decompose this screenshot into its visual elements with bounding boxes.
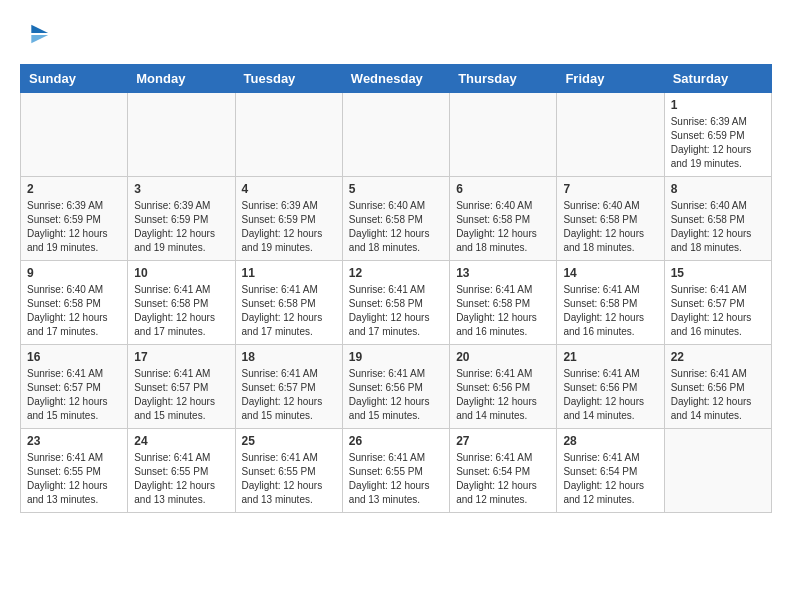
calendar-cell: 13Sunrise: 6:41 AM Sunset: 6:58 PM Dayli… [450,261,557,345]
day-info: Sunrise: 6:41 AM Sunset: 6:55 PM Dayligh… [349,451,443,507]
day-info: Sunrise: 6:40 AM Sunset: 6:58 PM Dayligh… [563,199,657,255]
calendar-header-friday: Friday [557,65,664,93]
day-info: Sunrise: 6:41 AM Sunset: 6:58 PM Dayligh… [242,283,336,339]
calendar-cell [557,93,664,177]
calendar-cell: 17Sunrise: 6:41 AM Sunset: 6:57 PM Dayli… [128,345,235,429]
day-info: Sunrise: 6:41 AM Sunset: 6:55 PM Dayligh… [27,451,121,507]
calendar-cell: 22Sunrise: 6:41 AM Sunset: 6:56 PM Dayli… [664,345,771,429]
day-info: Sunrise: 6:41 AM Sunset: 6:56 PM Dayligh… [671,367,765,423]
day-number: 5 [349,182,443,196]
day-info: Sunrise: 6:39 AM Sunset: 6:59 PM Dayligh… [671,115,765,171]
calendar-cell: 9Sunrise: 6:40 AM Sunset: 6:58 PM Daylig… [21,261,128,345]
calendar-week-5: 23Sunrise: 6:41 AM Sunset: 6:55 PM Dayli… [21,429,772,513]
day-number: 14 [563,266,657,280]
day-info: Sunrise: 6:41 AM Sunset: 6:57 PM Dayligh… [134,367,228,423]
calendar-cell: 24Sunrise: 6:41 AM Sunset: 6:55 PM Dayli… [128,429,235,513]
day-number: 22 [671,350,765,364]
day-number: 12 [349,266,443,280]
day-info: Sunrise: 6:41 AM Sunset: 6:58 PM Dayligh… [456,283,550,339]
calendar-header-row: SundayMondayTuesdayWednesdayThursdayFrid… [21,65,772,93]
day-number: 17 [134,350,228,364]
day-info: Sunrise: 6:41 AM Sunset: 6:54 PM Dayligh… [456,451,550,507]
calendar-week-1: 1Sunrise: 6:39 AM Sunset: 6:59 PM Daylig… [21,93,772,177]
calendar-table: SundayMondayTuesdayWednesdayThursdayFrid… [20,64,772,513]
calendar-header-tuesday: Tuesday [235,65,342,93]
svg-marker-0 [31,25,48,33]
calendar-cell: 2Sunrise: 6:39 AM Sunset: 6:59 PM Daylig… [21,177,128,261]
calendar-cell: 15Sunrise: 6:41 AM Sunset: 6:57 PM Dayli… [664,261,771,345]
day-info: Sunrise: 6:41 AM Sunset: 6:56 PM Dayligh… [563,367,657,423]
calendar-header-wednesday: Wednesday [342,65,449,93]
calendar-cell: 7Sunrise: 6:40 AM Sunset: 6:58 PM Daylig… [557,177,664,261]
calendar-cell: 3Sunrise: 6:39 AM Sunset: 6:59 PM Daylig… [128,177,235,261]
calendar-cell [450,93,557,177]
day-info: Sunrise: 6:41 AM Sunset: 6:55 PM Dayligh… [134,451,228,507]
day-number: 23 [27,434,121,448]
day-number: 4 [242,182,336,196]
day-number: 7 [563,182,657,196]
day-info: Sunrise: 6:41 AM Sunset: 6:56 PM Dayligh… [456,367,550,423]
day-info: Sunrise: 6:41 AM Sunset: 6:55 PM Dayligh… [242,451,336,507]
calendar-cell [342,93,449,177]
day-number: 6 [456,182,550,196]
calendar-cell: 21Sunrise: 6:41 AM Sunset: 6:56 PM Dayli… [557,345,664,429]
day-info: Sunrise: 6:41 AM Sunset: 6:56 PM Dayligh… [349,367,443,423]
calendar-cell: 27Sunrise: 6:41 AM Sunset: 6:54 PM Dayli… [450,429,557,513]
calendar-cell: 23Sunrise: 6:41 AM Sunset: 6:55 PM Dayli… [21,429,128,513]
day-info: Sunrise: 6:40 AM Sunset: 6:58 PM Dayligh… [671,199,765,255]
day-info: Sunrise: 6:41 AM Sunset: 6:57 PM Dayligh… [242,367,336,423]
calendar-cell [21,93,128,177]
day-info: Sunrise: 6:40 AM Sunset: 6:58 PM Dayligh… [456,199,550,255]
page-header [20,20,772,48]
day-number: 18 [242,350,336,364]
calendar-cell: 8Sunrise: 6:40 AM Sunset: 6:58 PM Daylig… [664,177,771,261]
calendar-cell: 6Sunrise: 6:40 AM Sunset: 6:58 PM Daylig… [450,177,557,261]
calendar-header-monday: Monday [128,65,235,93]
day-info: Sunrise: 6:41 AM Sunset: 6:58 PM Dayligh… [563,283,657,339]
day-info: Sunrise: 6:39 AM Sunset: 6:59 PM Dayligh… [27,199,121,255]
day-number: 28 [563,434,657,448]
calendar-week-2: 2Sunrise: 6:39 AM Sunset: 6:59 PM Daylig… [21,177,772,261]
calendar-cell: 19Sunrise: 6:41 AM Sunset: 6:56 PM Dayli… [342,345,449,429]
calendar-cell: 1Sunrise: 6:39 AM Sunset: 6:59 PM Daylig… [664,93,771,177]
svg-marker-1 [31,35,48,43]
day-number: 24 [134,434,228,448]
day-number: 15 [671,266,765,280]
calendar-header-thursday: Thursday [450,65,557,93]
day-info: Sunrise: 6:39 AM Sunset: 6:59 PM Dayligh… [242,199,336,255]
calendar-week-3: 9Sunrise: 6:40 AM Sunset: 6:58 PM Daylig… [21,261,772,345]
logo-icon [22,20,50,48]
day-info: Sunrise: 6:40 AM Sunset: 6:58 PM Dayligh… [349,199,443,255]
day-number: 20 [456,350,550,364]
calendar-cell [235,93,342,177]
calendar-cell: 20Sunrise: 6:41 AM Sunset: 6:56 PM Dayli… [450,345,557,429]
day-number: 11 [242,266,336,280]
calendar-cell: 26Sunrise: 6:41 AM Sunset: 6:55 PM Dayli… [342,429,449,513]
day-info: Sunrise: 6:41 AM Sunset: 6:58 PM Dayligh… [349,283,443,339]
calendar-cell: 25Sunrise: 6:41 AM Sunset: 6:55 PM Dayli… [235,429,342,513]
calendar-cell [664,429,771,513]
day-number: 13 [456,266,550,280]
day-number: 16 [27,350,121,364]
calendar-cell [128,93,235,177]
calendar-cell: 4Sunrise: 6:39 AM Sunset: 6:59 PM Daylig… [235,177,342,261]
day-number: 25 [242,434,336,448]
calendar-header-sunday: Sunday [21,65,128,93]
calendar-cell: 18Sunrise: 6:41 AM Sunset: 6:57 PM Dayli… [235,345,342,429]
day-number: 8 [671,182,765,196]
calendar-cell: 28Sunrise: 6:41 AM Sunset: 6:54 PM Dayli… [557,429,664,513]
calendar-header-saturday: Saturday [664,65,771,93]
day-info: Sunrise: 6:41 AM Sunset: 6:57 PM Dayligh… [671,283,765,339]
calendar-cell: 16Sunrise: 6:41 AM Sunset: 6:57 PM Dayli… [21,345,128,429]
calendar-cell: 14Sunrise: 6:41 AM Sunset: 6:58 PM Dayli… [557,261,664,345]
day-info: Sunrise: 6:39 AM Sunset: 6:59 PM Dayligh… [134,199,228,255]
day-info: Sunrise: 6:41 AM Sunset: 6:58 PM Dayligh… [134,283,228,339]
calendar-week-4: 16Sunrise: 6:41 AM Sunset: 6:57 PM Dayli… [21,345,772,429]
day-number: 19 [349,350,443,364]
day-number: 10 [134,266,228,280]
calendar-cell: 5Sunrise: 6:40 AM Sunset: 6:58 PM Daylig… [342,177,449,261]
day-number: 3 [134,182,228,196]
calendar-cell: 12Sunrise: 6:41 AM Sunset: 6:58 PM Dayli… [342,261,449,345]
day-number: 9 [27,266,121,280]
day-info: Sunrise: 6:40 AM Sunset: 6:58 PM Dayligh… [27,283,121,339]
